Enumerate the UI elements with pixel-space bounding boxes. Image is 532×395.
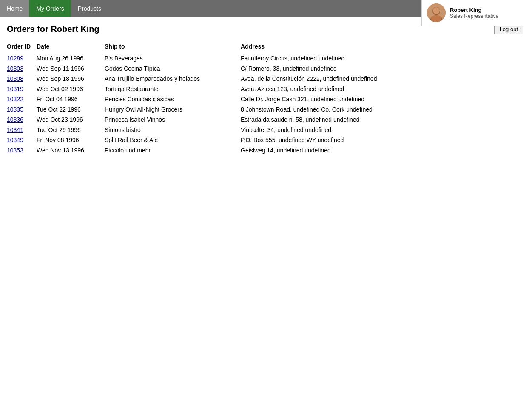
order-address: C/ Romero, 33, undefined undefined: [241, 63, 525, 74]
orders-table-container: Order ID Date Ship to Address 10289Mon A…: [0, 38, 532, 159]
order-date: Wed Sep 18 1996: [37, 74, 105, 84]
order-address: Avda. de la Constitución 2222, undefined…: [241, 74, 525, 84]
order-ship-to: Pericles Comidas clásicas: [105, 94, 241, 104]
order-date: Wed Oct 23 1996: [37, 114, 105, 125]
order-id-link[interactable]: 10303: [7, 65, 23, 72]
page-wrapper: Home My Orders Products Robert King Sale…: [0, 0, 532, 159]
order-address: Fauntleroy Circus, undefined undefined: [241, 53, 525, 63]
user-panel: Robert King Sales Representative: [421, 0, 532, 26]
nav-my-orders[interactable]: My Orders: [29, 0, 71, 17]
order-id-link[interactable]: 10289: [7, 55, 23, 62]
table-row: 10336Wed Oct 23 1996Princesa Isabel Vinh…: [7, 114, 525, 125]
order-id-link[interactable]: 10341: [7, 126, 23, 133]
order-id-link[interactable]: 10335: [7, 106, 23, 113]
order-address: 8 Johnstown Road, undefined Co. Cork und…: [241, 104, 525, 114]
order-id-link[interactable]: 10319: [7, 86, 23, 92]
order-date: Wed Nov 13 1996: [37, 145, 105, 155]
order-ship-to: Godos Cocina Típica: [105, 63, 241, 74]
table-row: 10319Wed Oct 02 1996Tortuga RestauranteA…: [7, 84, 525, 94]
order-date: Fri Oct 04 1996: [37, 94, 105, 104]
user-title: Sales Representative: [450, 13, 498, 19]
order-id-link[interactable]: 10349: [7, 137, 23, 143]
col-header-ship-to: Ship to: [105, 41, 241, 53]
order-ship-to: Simons bistro: [105, 125, 241, 135]
order-id-link[interactable]: 10308: [7, 75, 23, 82]
avatar: [427, 3, 446, 22]
order-ship-to: Ana Trujillo Emparedados y helados: [105, 74, 241, 84]
svg-point-3: [433, 7, 440, 14]
svg-point-4: [431, 15, 441, 22]
table-row: 10322Fri Oct 04 1996Pericles Comidas clá…: [7, 94, 525, 104]
page-title: Orders for Robert King: [7, 24, 100, 34]
order-address: Calle Dr. Jorge Cash 321, undefined unde…: [241, 94, 525, 104]
table-row: 10353Wed Nov 13 1996Piccolo und mehrGeis…: [7, 145, 525, 155]
table-row: 10308Wed Sep 18 1996Ana Trujillo Empared…: [7, 74, 525, 84]
nav-home[interactable]: Home: [0, 0, 29, 17]
col-header-order-id: Order ID: [7, 41, 37, 53]
order-id-link[interactable]: 10322: [7, 96, 23, 103]
table-row: 10335Tue Oct 22 1996Hungry Owl All-Night…: [7, 104, 525, 114]
order-ship-to: Piccolo und mehr: [105, 145, 241, 155]
user-info: Robert King Sales Representative: [450, 7, 498, 19]
order-date: Tue Oct 22 1996: [37, 104, 105, 114]
order-date: Wed Sep 11 1996: [37, 63, 105, 74]
order-address: Estrada da saúde n. 58, undefined undefi…: [241, 114, 525, 125]
order-id-link[interactable]: 10353: [7, 147, 23, 154]
orders-table: Order ID Date Ship to Address 10289Mon A…: [7, 41, 525, 155]
table-row: 10303Wed Sep 11 1996Godos Cocina TípicaC…: [7, 63, 525, 74]
order-address: Vinbæltet 34, undefined undefined: [241, 125, 525, 135]
order-id-link[interactable]: 10336: [7, 116, 23, 123]
order-ship-to: B's Beverages: [105, 53, 241, 63]
order-address: Geislweg 14, undefined undefined: [241, 145, 525, 155]
table-row: 10289Mon Aug 26 1996B's BeveragesFauntle…: [7, 53, 525, 63]
order-date: Fri Nov 08 1996: [37, 135, 105, 145]
order-address: Avda. Azteca 123, undefined undefined: [241, 84, 525, 94]
order-ship-to: Tortuga Restaurante: [105, 84, 241, 94]
table-header-row: Order ID Date Ship to Address: [7, 41, 525, 53]
col-header-address: Address: [241, 41, 525, 53]
order-date: Tue Oct 29 1996: [37, 125, 105, 135]
order-ship-to: Princesa Isabel Vinhos: [105, 114, 241, 125]
order-address: P.O. Box 555, undefined WY undefined: [241, 135, 525, 145]
nav-products[interactable]: Products: [71, 0, 108, 17]
order-ship-to: Split Rail Beer & Ale: [105, 135, 241, 145]
order-date: Mon Aug 26 1996: [37, 53, 105, 63]
user-name: Robert King: [450, 7, 498, 13]
col-header-date: Date: [37, 41, 105, 53]
table-row: 10349Fri Nov 08 1996Split Rail Beer & Al…: [7, 135, 525, 145]
table-row: 10341Tue Oct 29 1996Simons bistroVinbælt…: [7, 125, 525, 135]
order-ship-to: Hungry Owl All-Night Grocers: [105, 104, 241, 114]
order-date: Wed Oct 02 1996: [37, 84, 105, 94]
